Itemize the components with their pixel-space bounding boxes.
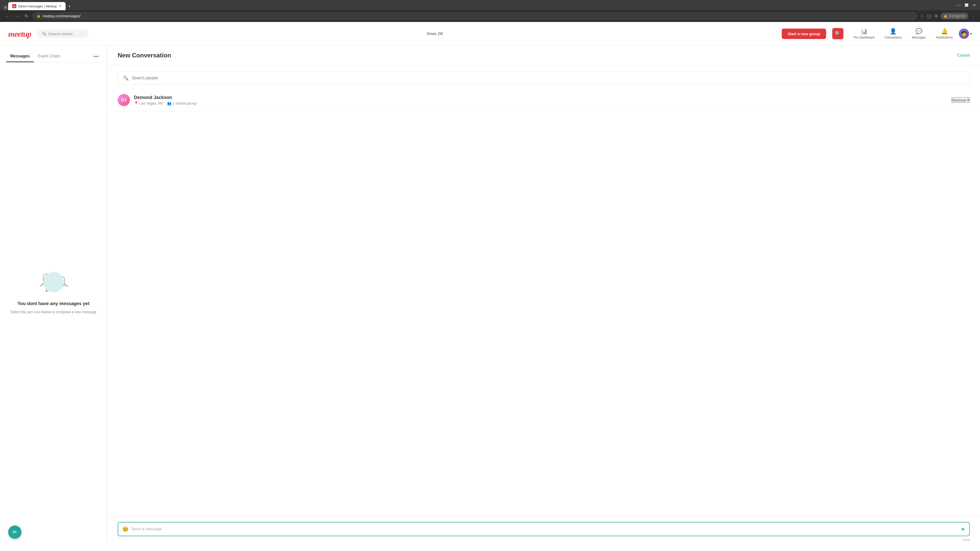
compose-icon: ✏ xyxy=(13,529,17,535)
back-button[interactable]: ← xyxy=(4,13,11,20)
contact-avatar: DJ xyxy=(118,94,130,106)
avatar-chevron-icon: ▾ xyxy=(970,32,972,36)
bookmark-icon[interactable]: ☆ xyxy=(920,14,924,19)
nav-pro-dashboard[interactable]: 📊 Pro Dashboard xyxy=(850,26,878,41)
nav-items: 📊 Pro Dashboard 👤 Connections 💬 Messages… xyxy=(850,26,972,41)
contact-avatar-initials: DJ xyxy=(121,98,126,102)
search-events-placeholder: Search events xyxy=(48,32,73,36)
incognito-icon: 🕵️ xyxy=(943,14,948,18)
avatar-image: 🧑 xyxy=(961,30,967,37)
message-input-field[interactable] xyxy=(131,527,958,531)
sidebar-empty-state: You dont have any messages yet Select th… xyxy=(0,62,107,522)
message-area xyxy=(107,111,980,516)
sidebar-more-btn[interactable]: ••• xyxy=(91,52,101,62)
url-text: meetup.com/messages/ xyxy=(43,14,81,18)
contact-info: Demond Jackson 📍 Las Vegas, NV 👥 1 share… xyxy=(134,95,951,105)
search-people-input-box[interactable]: 🔍 xyxy=(118,71,970,85)
search-events-bar[interactable]: 🔍 Search events xyxy=(37,30,88,38)
compose-message-button[interactable]: ✏ xyxy=(8,526,21,539)
messages-sidebar: Messages Event Chats ••• xyxy=(0,46,107,542)
remove-chevron-icon: ▾ xyxy=(967,98,969,102)
location-text: Dover, DE xyxy=(427,32,443,36)
split-view-icon[interactable]: ⧉ xyxy=(935,14,938,18)
location-pin-icon: 📍 xyxy=(134,101,138,105)
nav-connections[interactable]: 👤 Connections xyxy=(880,26,906,41)
conversation-header: New Conversation Cancel xyxy=(107,46,980,65)
pro-dashboard-icon: 📊 xyxy=(861,28,867,35)
nav-pro-dashboard-label: Pro Dashboard xyxy=(854,36,874,39)
contact-location: 📍 Las Vegas, NV xyxy=(134,101,163,105)
contact-meta: 📍 Las Vegas, NV 👥 1 shared group xyxy=(134,101,951,105)
reload-button[interactable]: ↻ xyxy=(24,12,29,20)
nav-messages[interactable]: 💬 Messages xyxy=(908,26,930,41)
conversation-panel: New Conversation Cancel 🔍 DJ Demond Jack… xyxy=(107,46,980,542)
forward-button[interactable]: → xyxy=(14,13,21,20)
tab-close-btn[interactable]: ✕ xyxy=(59,4,62,8)
extensions-icon[interactable]: ⬛ xyxy=(927,14,932,19)
nav-notifications[interactable]: 🔔 Notifications xyxy=(932,26,957,41)
app-header: meetup 🔍 Search events Dover, DE Start a… xyxy=(0,22,980,46)
browser-more-icon[interactable]: ⋮ xyxy=(971,13,976,19)
user-avatar: 🧑 xyxy=(959,29,969,39)
remove-contact-button[interactable]: Remove ▾ xyxy=(951,97,970,103)
tab-event-chats[interactable]: Event Chats xyxy=(34,51,64,62)
message-input-area: 😊 ➤ ⤡ 2000 xyxy=(107,516,980,542)
group-icon: 👥 xyxy=(167,101,172,105)
char-count: 2000 xyxy=(963,538,970,542)
main-content: Messages Event Chats ••• xyxy=(0,46,980,542)
search-button[interactable]: 🔍 xyxy=(832,28,843,39)
active-tab: m Direct messages | Meetup ✕ xyxy=(8,2,65,10)
window-maximize[interactable]: ⬜ xyxy=(965,3,969,7)
search-people-icon: 🔍 xyxy=(123,75,129,81)
tab-title: Direct messages | Meetup xyxy=(18,4,57,8)
message-input-box[interactable]: 😊 ➤ ⤡ xyxy=(118,522,970,536)
resize-handle[interactable]: ⤡ xyxy=(967,532,969,535)
cancel-button[interactable]: Cancel xyxy=(957,53,970,58)
contact-actions: Remove ▾ xyxy=(951,97,970,103)
send-message-button[interactable]: ➤ xyxy=(961,526,965,532)
contact-result-item: DJ Demond Jackson 📍 Las Vegas, NV 👥 1 sh… xyxy=(107,89,980,111)
user-menu[interactable]: 🧑 ▾ xyxy=(959,29,972,39)
search-people-wrapper: 🔍 xyxy=(107,65,980,89)
illustration-bg xyxy=(43,272,64,292)
empty-state-desc: Select the pen icon below to compose a n… xyxy=(11,310,97,315)
search-button-icon: 🔍 xyxy=(835,30,841,37)
notifications-icon: 🔔 xyxy=(941,28,948,35)
tab-dropdown[interactable]: ▾ xyxy=(3,5,8,10)
nav-connections-label: Connections xyxy=(885,36,902,39)
contact-shared-groups: 👥 1 shared group xyxy=(167,101,197,105)
connections-icon: 👤 xyxy=(890,28,897,35)
tab-favicon: m xyxy=(12,4,16,8)
location-display[interactable]: Dover, DE xyxy=(427,32,443,36)
incognito-badge: 🕵️ Incognito xyxy=(941,13,968,19)
nav-notifications-label: Notifications xyxy=(936,36,953,39)
sidebar-tabs: Messages Event Chats ••• xyxy=(0,46,107,62)
address-bar[interactable]: 🔒 meetup.com/messages/ xyxy=(32,12,917,20)
app-logo[interactable]: meetup xyxy=(8,28,31,39)
window-minimize[interactable]: — xyxy=(956,3,961,7)
contact-name: Demond Jackson xyxy=(134,95,951,100)
start-new-group-button[interactable]: Start a new group xyxy=(782,29,826,39)
search-people-field[interactable] xyxy=(132,76,964,80)
emoji-button[interactable]: 😊 xyxy=(122,526,129,532)
message-input-wrapper: 😊 ➤ ⤡ 2000 xyxy=(118,522,970,536)
new-tab-btn[interactable]: + xyxy=(65,3,73,10)
search-bar-icon: 🔍 xyxy=(42,32,46,36)
nav-messages-label: Messages xyxy=(912,36,926,39)
incognito-label: Incognito xyxy=(949,14,966,18)
lock-icon: 🔒 xyxy=(37,14,41,18)
conversation-title: New Conversation xyxy=(118,52,171,59)
window-close[interactable]: ✕ xyxy=(973,3,976,8)
tab-messages[interactable]: Messages xyxy=(6,51,34,62)
empty-state-title: You dont have any messages yet xyxy=(18,301,89,306)
messages-icon: 💬 xyxy=(915,28,922,35)
chat-illustration xyxy=(38,269,69,295)
